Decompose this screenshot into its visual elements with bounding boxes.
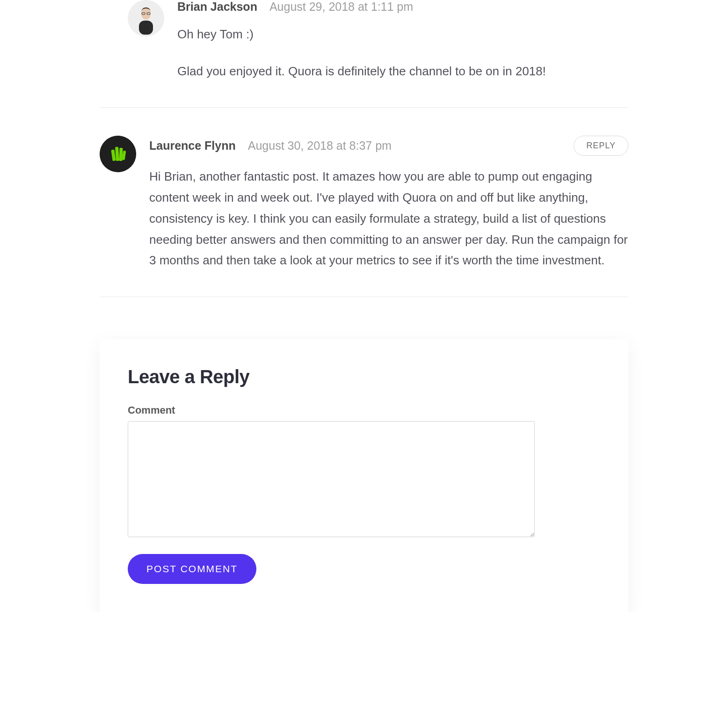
comment-paragraph: Glad you enjoyed it. Quora is definitely… xyxy=(177,61,628,82)
comment-item: Laurence Flynn August 30, 2018 at 8:37 p… xyxy=(100,108,628,297)
comment-header: Brian Jackson August 29, 2018 at 1:11 pm xyxy=(177,0,628,14)
comment-date[interactable]: August 30, 2018 at 8:37 pm xyxy=(248,139,392,153)
avatar xyxy=(128,0,164,36)
reply-button[interactable]: REPLY xyxy=(574,136,628,156)
comment-date[interactable]: August 29, 2018 at 1:11 pm xyxy=(269,0,413,14)
reply-form-title: Leave a Reply xyxy=(128,366,600,387)
comment-paragraph: Oh hey Tom :) xyxy=(177,24,628,45)
comment-body: Laurence Flynn August 30, 2018 at 8:37 p… xyxy=(149,136,628,271)
comment-author[interactable]: Brian Jackson xyxy=(177,0,257,14)
comment-item: Brian Jackson August 29, 2018 at 1:11 pm… xyxy=(100,0,628,107)
comment-textarea[interactable] xyxy=(128,421,535,537)
comment-author[interactable]: Laurence Flynn xyxy=(149,139,236,153)
divider xyxy=(100,297,628,297)
comment-header: Laurence Flynn August 30, 2018 at 8:37 p… xyxy=(149,136,628,156)
comment-paragraph: Hi Brian, another fantastic post. It ama… xyxy=(149,166,628,271)
reply-form: Leave a Reply Comment POST COMMENT xyxy=(100,339,628,612)
post-comment-button[interactable]: POST COMMENT xyxy=(128,554,256,584)
comment-body: Brian Jackson August 29, 2018 at 1:11 pm… xyxy=(177,0,628,81)
comment-field-label: Comment xyxy=(128,404,600,416)
comment-text: Hi Brian, another fantastic post. It ama… xyxy=(149,166,628,271)
comment-text: Oh hey Tom :) Glad you enjoyed it. Quora… xyxy=(177,24,628,81)
svg-point-1 xyxy=(141,8,151,20)
svg-rect-2 xyxy=(139,21,153,35)
avatar xyxy=(100,136,136,172)
